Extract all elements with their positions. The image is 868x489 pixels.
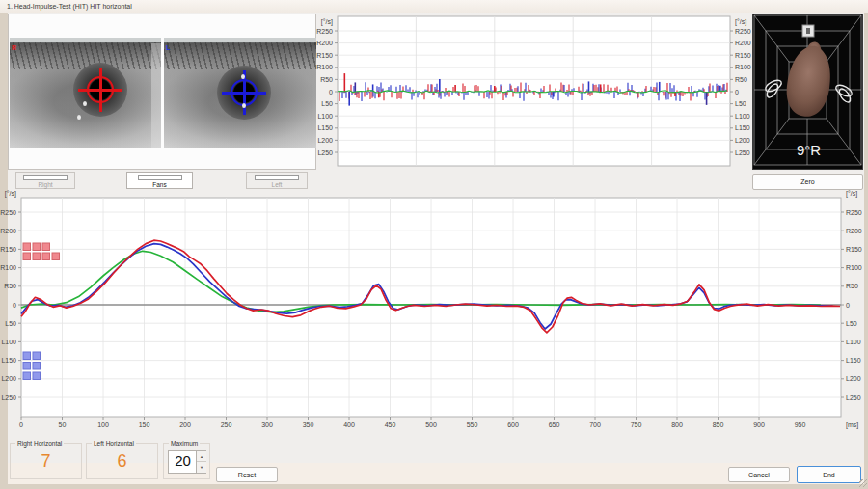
camera-button-right-label: Right xyxy=(38,181,52,188)
svg-text:300: 300 xyxy=(261,421,273,428)
eyelashes xyxy=(10,42,161,69)
svg-text:L100: L100 xyxy=(1,339,16,345)
corneal-glint xyxy=(77,115,81,120)
svg-text:L150: L150 xyxy=(735,124,750,131)
svg-text:R200: R200 xyxy=(846,228,862,234)
svg-text:200: 200 xyxy=(179,421,191,428)
reset-button-label: Reset xyxy=(238,472,256,478)
svg-text:500: 500 xyxy=(425,421,437,428)
maximum-label: Maximum xyxy=(169,440,200,447)
right-impulse-marker xyxy=(33,253,41,260)
left-impulse-marker xyxy=(23,372,31,380)
svg-text:650: 650 xyxy=(549,421,560,428)
eye-preview-panel: R L xyxy=(8,14,316,170)
right-impulse-marker xyxy=(42,253,50,260)
svg-text:800: 800 xyxy=(671,421,683,428)
rotation-gizmo-right xyxy=(834,83,854,104)
resize-grip[interactable] xyxy=(859,479,867,487)
svg-text:R50: R50 xyxy=(4,283,16,289)
svg-text:L50: L50 xyxy=(321,100,333,107)
left-impulse-marker xyxy=(33,372,41,380)
svg-text:450: 450 xyxy=(385,421,396,428)
svg-text:R50: R50 xyxy=(320,76,333,83)
svg-text:R250: R250 xyxy=(316,28,333,35)
svg-text:850: 850 xyxy=(713,421,724,428)
svg-text:L100: L100 xyxy=(317,113,333,120)
left-horizontal-count: 6 xyxy=(87,451,157,472)
right-horizontal-label: Right Horizontal xyxy=(15,440,64,447)
svg-text:L150: L150 xyxy=(317,124,333,131)
level-indicator xyxy=(23,175,68,180)
svg-text:R200: R200 xyxy=(0,228,16,234)
svg-text:100: 100 xyxy=(97,421,109,428)
svg-text:R100: R100 xyxy=(735,64,751,70)
camera-button-right[interactable]: Right xyxy=(15,172,75,189)
svg-text:L150: L150 xyxy=(846,357,861,364)
right-eye-label: R xyxy=(12,44,16,51)
svg-text:L50: L50 xyxy=(5,320,16,327)
svg-text:R200: R200 xyxy=(316,40,333,46)
corneal-glint xyxy=(83,101,87,106)
svg-text:[°/s]: [°/s] xyxy=(321,18,333,26)
svg-text:0: 0 xyxy=(13,302,16,309)
zero-button[interactable]: Zero xyxy=(752,174,863,190)
svg-text:L250: L250 xyxy=(735,149,750,156)
spin-up-button[interactable]: ▲ xyxy=(197,451,206,462)
svg-text:L250: L250 xyxy=(846,394,861,401)
title-bar: 1. Head-Impulse-Test (HIT) HIT horizonta… xyxy=(0,0,868,13)
svg-text:[ms]: [ms] xyxy=(846,421,858,429)
camera-button-fans[interactable]: Fans xyxy=(126,172,193,189)
svg-text:50: 50 xyxy=(59,421,67,428)
left-eye-video: L xyxy=(164,38,316,148)
svg-text:L250: L250 xyxy=(317,149,333,156)
right-impulse-marker xyxy=(23,243,31,251)
svg-text:[°/s]: [°/s] xyxy=(5,190,16,198)
maximum-spinner[interactable]: 20 ▲ ▼ xyxy=(168,450,206,474)
spin-down-button[interactable]: ▼ xyxy=(197,462,206,473)
corneal-glint xyxy=(242,103,246,108)
svg-text:400: 400 xyxy=(343,421,355,428)
left-horizontal-counter: Left Horizontal 6 xyxy=(86,443,158,479)
highlight-strip xyxy=(151,43,161,148)
svg-text:0: 0 xyxy=(329,89,333,95)
svg-text:R250: R250 xyxy=(0,209,16,216)
svg-text:0: 0 xyxy=(846,302,850,309)
svg-text:R150: R150 xyxy=(846,246,862,253)
left-impulse-marker xyxy=(23,363,31,370)
end-button[interactable]: End xyxy=(797,466,861,483)
svg-text:[°/s]: [°/s] xyxy=(735,18,746,26)
svg-text:R100: R100 xyxy=(0,264,16,271)
corneal-glint xyxy=(241,74,245,79)
cancel-button[interactable]: Cancel xyxy=(728,467,790,482)
svg-text:L100: L100 xyxy=(846,339,861,345)
svg-text:R250: R250 xyxy=(846,209,862,216)
svg-text:L50: L50 xyxy=(846,320,857,327)
svg-text:R100: R100 xyxy=(316,64,333,70)
left-impulse-marker xyxy=(33,352,41,360)
right-crosshair-v xyxy=(99,68,102,112)
svg-text:600: 600 xyxy=(507,421,519,428)
svg-text:R50: R50 xyxy=(735,76,747,83)
left-horizontal-label: Left Horizontal xyxy=(92,440,136,447)
left-eye-label: L xyxy=(166,44,170,51)
svg-text:900: 900 xyxy=(753,421,765,428)
svg-text:750: 750 xyxy=(631,421,642,428)
svg-text:L100: L100 xyxy=(735,113,750,120)
svg-text:R150: R150 xyxy=(316,52,333,59)
svg-text:R150: R150 xyxy=(0,246,16,253)
svg-text:R200: R200 xyxy=(735,40,751,46)
head-orientation-panel: 9°R xyxy=(752,14,863,170)
end-button-label: End xyxy=(823,472,834,478)
reset-button[interactable]: Reset xyxy=(216,467,278,482)
maximum-value: 20 xyxy=(169,452,197,469)
camera-button-left[interactable]: Left xyxy=(246,172,308,189)
cancel-button-label: Cancel xyxy=(748,472,770,478)
right-impulse-marker xyxy=(42,243,50,251)
main-grid xyxy=(21,198,841,417)
svg-text:550: 550 xyxy=(467,421,478,428)
svg-text:L250: L250 xyxy=(1,394,16,401)
svg-text:L50: L50 xyxy=(735,100,746,107)
left-impulse-marker xyxy=(23,352,31,360)
svg-text:L200: L200 xyxy=(1,375,16,382)
svg-text:R250: R250 xyxy=(735,28,751,35)
